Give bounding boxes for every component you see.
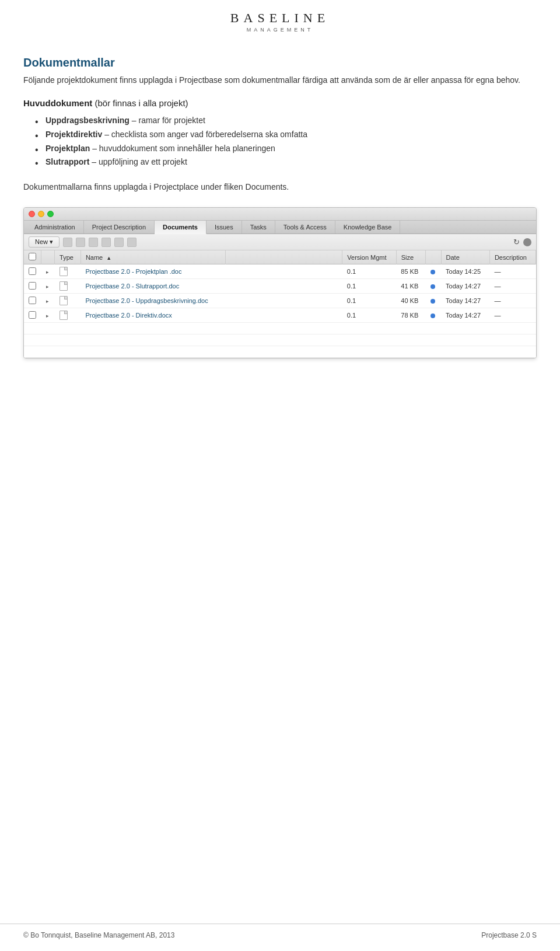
row-spacer-3 <box>226 294 342 308</box>
refresh-icon[interactable]: ↻ <box>513 238 520 247</box>
row-name-1[interactable]: Projectbase 2.0 - Projektplan .doc <box>80 264 225 279</box>
tab-documents[interactable]: Documents <box>155 221 206 234</box>
intro-paragraph: Följande projektdokument finns upplagda … <box>23 74 537 86</box>
toolbar-icon-6[interactable] <box>127 238 136 247</box>
section-heading: Huvuddokument (bör finnas i alla projekt… <box>23 98 537 108</box>
list-item: Projektdirektiv – checklista som anger v… <box>35 128 537 142</box>
window-chrome <box>24 208 536 221</box>
footer-right: Projectbase 2.0 S <box>481 931 537 939</box>
maximize-dot[interactable] <box>47 211 54 217</box>
version-dot-3 <box>430 299 435 304</box>
close-dot[interactable] <box>29 211 35 217</box>
new-button[interactable]: New ▾ <box>29 236 60 248</box>
row-checkbox-4[interactable] <box>24 308 41 323</box>
row-desc-2: — <box>489 279 536 294</box>
file-icon-3 <box>60 296 68 305</box>
row-dot-3 <box>426 294 441 308</box>
bullet-list: Uppdragsbeskrivning – ramar för projekte… <box>35 114 537 169</box>
col-date[interactable]: Date <box>441 250 489 264</box>
row-expand-1[interactable]: ▸ <box>41 264 55 279</box>
row-date-1: Today 14:25 <box>441 264 489 279</box>
row-type-4 <box>55 308 81 323</box>
table-row[interactable]: ▸ Projectbase 2.0 - Projektplan .doc 0.1… <box>24 264 536 279</box>
section-heading-main: Huvuddokument <box>23 98 92 108</box>
col-type[interactable]: Type <box>55 250 81 264</box>
tab-bar: Administration Project Description Docum… <box>24 221 536 234</box>
col-name[interactable]: Name ▲ <box>80 250 225 264</box>
empty-row <box>24 323 536 335</box>
tab-issues[interactable]: Issues <box>206 221 242 234</box>
row-size-1: 85 KB <box>396 264 425 279</box>
row-name-3[interactable]: Projectbase 2.0 - Uppdragsbeskrivning.do… <box>80 294 225 308</box>
version-dot-2 <box>430 284 435 289</box>
footer: © Bo Tonnquist, Baseline Management AB, … <box>0 924 560 939</box>
version-dot-4 <box>430 313 435 318</box>
row-expand-4[interactable]: ▸ <box>41 308 55 323</box>
description-paragraph: Dokumentmallarna finns upplagda i Projec… <box>23 181 537 193</box>
tab-tasks[interactable]: Tasks <box>242 221 275 234</box>
toolbar-icon-1[interactable] <box>63 238 72 247</box>
row-checkbox-3[interactable] <box>24 294 41 308</box>
col-checkbox <box>24 250 41 264</box>
sort-arrow: ▲ <box>106 255 111 261</box>
table-header-row: Type Name ▲ Version Mgmt Size Date Descr… <box>24 250 536 264</box>
page-title: Dokumentmallar <box>23 56 537 69</box>
row-checkbox-2[interactable] <box>24 279 41 294</box>
row-date-3: Today 14:27 <box>441 294 489 308</box>
bullet-desc-1: – ramar för projektet <box>130 116 205 125</box>
minimize-dot[interactable] <box>38 211 44 217</box>
row-size-4: 78 KB <box>396 308 425 323</box>
toolbar-icon-2[interactable] <box>76 238 85 247</box>
table-row[interactable]: ▸ Projectbase 2.0 - Slutrapport.doc 0.1 … <box>24 279 536 294</box>
col-description[interactable]: Description <box>489 250 536 264</box>
empty-row <box>24 335 536 346</box>
tab-project-description[interactable]: Project Description <box>84 221 155 234</box>
brand-sub: MANAGEMENT <box>0 27 560 33</box>
bullet-term-3: Projektplan <box>46 144 90 153</box>
row-name-4[interactable]: Projectbase 2.0 - Direktiv.docx <box>80 308 225 323</box>
list-item: Projektplan – huvuddokument som innehåll… <box>35 142 537 156</box>
row-spacer-4 <box>226 308 342 323</box>
window-dots <box>29 211 54 217</box>
table-row[interactable]: ▸ Projectbase 2.0 - Uppdragsbeskrivning.… <box>24 294 536 308</box>
row-expand-2[interactable]: ▸ <box>41 279 55 294</box>
file-table-container: Type Name ▲ Version Mgmt Size Date Descr… <box>24 250 536 358</box>
logo-area: BASELINE MANAGEMENT <box>0 0 560 39</box>
row-date-2: Today 14:27 <box>441 279 489 294</box>
bullet-term-1: Uppdragsbeskrivning <box>46 116 130 125</box>
row-desc-4: — <box>489 308 536 323</box>
bullet-desc-4: – uppföljning av ett projekt <box>89 157 187 166</box>
tab-administration[interactable]: Administration <box>26 221 84 234</box>
list-item: Uppdragsbeskrivning – ramar för projekte… <box>35 114 537 128</box>
main-content: Dokumentmallar Följande projektdokument … <box>0 39 560 399</box>
row-type-2 <box>55 279 81 294</box>
col-size[interactable]: Size <box>396 250 425 264</box>
col-spacer <box>226 250 342 264</box>
bullet-desc-3: – huvuddokument som innehåller hela plan… <box>90 144 275 153</box>
brand-name: BASELINE <box>0 11 560 26</box>
toolbar-icon-4[interactable] <box>102 238 111 247</box>
table-row[interactable]: ▸ Projectbase 2.0 - Direktiv.docx 0.1 78… <box>24 308 536 323</box>
row-dot-4 <box>426 308 441 323</box>
row-dot-1 <box>426 264 441 279</box>
row-dot-2 <box>426 279 441 294</box>
file-icon-2 <box>60 281 68 291</box>
app-screenshot: Administration Project Description Docum… <box>23 207 537 358</box>
row-checkbox-1[interactable] <box>24 264 41 279</box>
row-type-1 <box>55 264 81 279</box>
toolbar-icon-5[interactable] <box>114 238 124 247</box>
version-dot-1 <box>430 270 435 274</box>
row-expand-3[interactable]: ▸ <box>41 294 55 308</box>
row-desc-1: — <box>489 264 536 279</box>
row-size-3: 40 KB <box>396 294 425 308</box>
file-icon-4 <box>60 311 68 320</box>
row-desc-3: — <box>489 294 536 308</box>
col-version[interactable]: Version Mgmt <box>342 250 396 264</box>
tab-knowledge-base[interactable]: Knowledge Base <box>335 221 401 234</box>
select-all-checkbox[interactable] <box>29 253 36 260</box>
status-circle <box>523 238 531 246</box>
row-size-2: 41 KB <box>396 279 425 294</box>
row-name-2[interactable]: Projectbase 2.0 - Slutrapport.doc <box>80 279 225 294</box>
toolbar-icon-3[interactable] <box>89 238 98 247</box>
tab-tools-access[interactable]: Tools & Access <box>275 221 335 234</box>
